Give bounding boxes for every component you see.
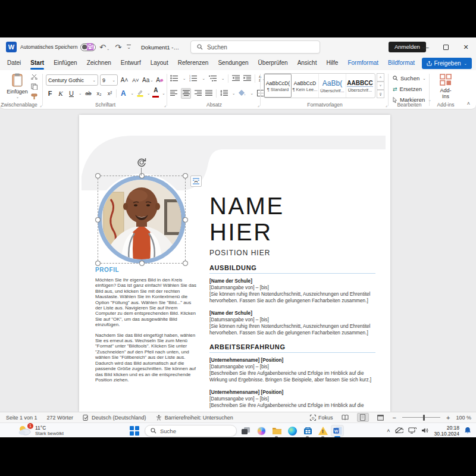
document-page[interactable]: PROFIL Möchten Sie Ihr eigenes Bild in d… <box>79 115 390 412</box>
grow-font-button[interactable]: A˄ <box>120 75 129 85</box>
zoom-slider-thumb[interactable] <box>423 415 425 421</box>
tab-ansicht[interactable]: Ansicht <box>293 57 322 70</box>
addins-button[interactable]: Add-Ins <box>435 73 456 99</box>
autosave-control[interactable]: Automatisches Speichern <box>20 37 96 57</box>
highlight-button[interactable] <box>136 89 144 98</box>
font-dialog-launcher-icon[interactable]: ⌟ <box>164 103 166 108</box>
shrink-font-button[interactable]: A˅ <box>131 75 140 85</box>
tab-sendungen[interactable]: Sendungen <box>213 57 253 70</box>
align-center-icon[interactable] <box>181 88 191 99</box>
tab-einfuegen[interactable]: Einfügen <box>49 57 82 70</box>
resize-handle-e[interactable] <box>183 217 188 223</box>
justify-icon[interactable] <box>205 90 212 98</box>
tab-start[interactable]: Start <box>26 57 49 70</box>
tab-hilfe[interactable]: Hilfe <box>321 57 343 70</box>
customize-qat-icon[interactable]: ⌄ <box>127 45 131 50</box>
align-right-icon[interactable] <box>195 90 202 98</box>
styles-scroll-down-icon[interactable]: ˅ <box>377 82 384 90</box>
multilevel-list-icon[interactable] <box>209 75 217 83</box>
share-button[interactable]: Freigeben ⌄ <box>422 58 472 69</box>
line-spacing-icon[interactable] <box>220 90 228 98</box>
save-icon[interactable] <box>86 43 94 52</box>
strikethrough-button[interactable]: ab <box>84 90 92 96</box>
resize-handle-w[interactable] <box>95 217 101 223</box>
format-painter-icon[interactable] <box>31 93 38 101</box>
title-search-box[interactable]: Suchen <box>190 40 320 54</box>
italic-button[interactable]: K <box>57 90 65 97</box>
accessibility-checker[interactable]: Barrierefreiheit: Untersuchen <box>156 415 233 421</box>
undo-icon[interactable]: ↶⌄ <box>99 43 109 51</box>
focus-mode-button[interactable]: D Fokus <box>310 415 333 421</box>
resize-handle-s[interactable] <box>139 261 145 266</box>
minimize-button[interactable]: — <box>415 37 436 57</box>
style-ueberschrift-1[interactable]: AaBb( Überschrif... <box>319 74 346 98</box>
paragraph-dialog-launcher-icon[interactable]: ⌟ <box>258 103 259 108</box>
collapse-ribbon-icon[interactable]: ˄ <box>467 101 470 107</box>
tab-formformat[interactable]: Formformat <box>343 57 383 70</box>
text-effects-button[interactable]: A <box>119 89 127 98</box>
tab-layout[interactable]: Layout <box>146 57 173 70</box>
redo-icon[interactable]: ↷ <box>115 43 121 51</box>
zoom-out-button[interactable]: − <box>393 414 396 421</box>
close-button[interactable]: ✕ <box>456 37 476 57</box>
change-case-button[interactable]: Aa⌄ <box>142 75 154 85</box>
volume-icon[interactable] <box>421 427 429 434</box>
rotation-handle[interactable] <box>136 156 148 168</box>
weather-widget[interactable]: 1 11°C Stark bewölkt <box>18 424 64 436</box>
page-indicator[interactable]: Seite 1 von 1 <box>6 415 37 421</box>
font-size-combobox[interactable]: 9⌄ <box>100 74 118 86</box>
tab-ueberpruefen[interactable]: Überprüfen <box>253 57 293 70</box>
clear-formatting-button[interactable]: A <box>155 75 165 85</box>
word-taskbar-button[interactable]: W <box>331 425 344 437</box>
word-count[interactable]: 272 Wörter <box>47 415 74 421</box>
underline-button[interactable]: U <box>67 90 76 97</box>
print-layout-button[interactable] <box>357 413 369 422</box>
style-kein-leerraum[interactable]: AaBbCcD ¶ Kein Lee... <box>292 74 319 98</box>
store-button[interactable] <box>301 425 314 437</box>
font-name-combobox[interactable]: Century Gothic⌄ <box>46 74 98 86</box>
zoom-slider[interactable] <box>402 417 440 418</box>
resize-handle-se[interactable] <box>183 261 188 266</box>
edge-button[interactable] <box>286 425 299 437</box>
bullet-list-icon[interactable] <box>170 75 178 83</box>
bold-button[interactable]: F <box>46 90 54 97</box>
notification-bell-icon[interactable] <box>464 427 471 434</box>
styles-more-icon[interactable]: ⊽ <box>377 90 384 98</box>
decrease-indent-icon[interactable] <box>232 75 240 83</box>
find-button[interactable]: Suchen⌄ <box>393 74 431 83</box>
taskbar-search-box[interactable]: Suche <box>145 425 237 437</box>
file-explorer-button[interactable] <box>270 425 283 437</box>
replace-button[interactable]: ⇄ Ersetzen <box>393 84 431 93</box>
resize-handle-ne[interactable] <box>183 173 188 178</box>
superscript-button[interactable]: x² <box>105 90 114 96</box>
tab-entwurf[interactable]: Entwurf <box>116 57 146 70</box>
styles-dialog-launcher-icon[interactable]: ⌟ <box>386 103 387 108</box>
tab-zeichnen[interactable]: Zeichnen <box>82 57 116 70</box>
subscript-button[interactable]: x₂ <box>95 90 103 96</box>
copilot-button[interactable] <box>255 425 268 437</box>
copy-icon[interactable] <box>31 83 38 91</box>
picture-selection-box[interactable] <box>98 176 186 264</box>
tray-chevron-icon[interactable]: ˄ <box>387 428 390 434</box>
resume-main-column[interactable]: NAMEHIER POSITION HIER AUSBILDUNG [Name … <box>209 193 375 409</box>
warning-app-button[interactable]: ! <box>317 425 330 437</box>
clipboard-dialog-launcher-icon[interactable]: ⌟ <box>40 103 42 108</box>
task-view-button[interactable] <box>239 425 252 437</box>
start-button[interactable] <box>130 426 139 436</box>
resize-handle-nw[interactable] <box>95 173 101 178</box>
web-layout-button[interactable] <box>375 413 387 422</box>
onedrive-icon[interactable] <box>394 427 403 434</box>
paste-button[interactable]: Einfügen ⌄ <box>5 73 30 101</box>
restore-button[interactable] <box>436 37 456 57</box>
profile-section[interactable]: PROFIL Möchten Sie Ihr eigenes Bild in d… <box>95 267 198 383</box>
layout-options-button[interactable] <box>190 176 202 187</box>
styles-scroll-up-icon[interactable]: ˄ <box>377 73 384 82</box>
cut-icon[interactable] <box>31 74 38 81</box>
network-icon[interactable] <box>408 427 416 434</box>
read-mode-button[interactable] <box>339 413 351 422</box>
tab-referenzen[interactable]: Referenzen <box>173 57 214 70</box>
zoom-level[interactable]: 100 % <box>456 415 471 421</box>
tab-datei[interactable]: Datei <box>2 57 26 70</box>
font-color-button[interactable]: A <box>152 88 159 99</box>
numbered-list-icon[interactable]: 123 <box>189 75 198 83</box>
